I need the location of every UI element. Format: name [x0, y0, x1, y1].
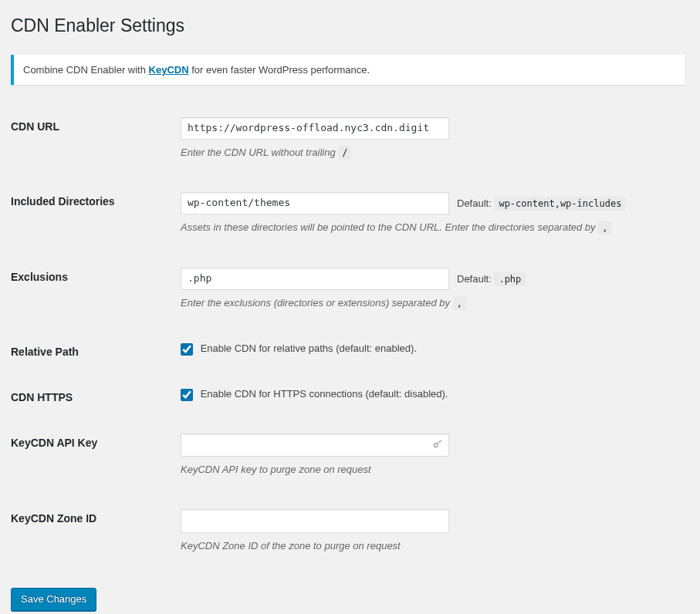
- cdn-https-checkbox[interactable]: [181, 389, 193, 401]
- included-dirs-description: Assets in these directories will be poin…: [181, 220, 677, 235]
- included-dirs-input[interactable]: [181, 192, 449, 214]
- relative-path-row[interactable]: Enable CDN for relative paths (default: …: [181, 342, 417, 354]
- relative-path-text: Enable CDN for relative paths (default: …: [201, 342, 417, 354]
- cdn-url-desc-code: /: [338, 146, 351, 160]
- exclusions-input[interactable]: [181, 268, 449, 290]
- cdn-https-row[interactable]: Enable CDN for HTTPS connections (defaul…: [181, 388, 448, 400]
- notice-prefix: Combine CDN Enabler with: [23, 64, 149, 76]
- api-key-description: KeyCDN API key to purge zone on request: [181, 462, 677, 477]
- zone-id-description: KeyCDN Zone ID of the zone to purge on r…: [181, 538, 677, 554]
- cdn-url-desc-text: Enter the CDN URL without trailing: [181, 147, 338, 158]
- cdn-url-input[interactable]: [181, 117, 449, 140]
- notice-suffix: for even faster WordPress performance.: [189, 64, 370, 76]
- cdn-url-description: Enter the CDN URL without trailing /: [181, 145, 677, 160]
- zone-id-input[interactable]: [181, 509, 449, 532]
- zone-id-label: KeyCDN Zone ID: [11, 496, 173, 572]
- included-dirs-desc-text: Assets in these directories will be poin…: [181, 221, 598, 233]
- relative-path-label: Relative Path: [11, 329, 173, 375]
- exclusions-default-value: .php: [494, 272, 526, 286]
- page-title: CDN Enabler Settings: [11, 8, 685, 41]
- keycdn-link[interactable]: KeyCDN: [149, 64, 189, 76]
- save-button[interactable]: Save Changes: [11, 588, 96, 611]
- exclusions-label: Exclusions: [11, 255, 173, 329]
- settings-form: CDN URL Enter the CDN URL without traili…: [11, 104, 685, 572]
- exclusions-description: Enter the exclusions (directories or ext…: [181, 295, 677, 311]
- included-dirs-desc-code: ,: [598, 221, 611, 234]
- exclusions-default-label: Default:: [457, 273, 494, 285]
- relative-path-checkbox[interactable]: [181, 343, 193, 356]
- cdn-https-text: Enable CDN for HTTPS connections (defaul…: [201, 388, 448, 400]
- included-dirs-default-value: wp-content,wp-includes: [494, 197, 626, 211]
- cdn-https-label: CDN HTTPS: [11, 375, 173, 420]
- included-dirs-default-label: Default:: [457, 197, 494, 209]
- api-key-label: KeyCDN API Key: [11, 420, 173, 497]
- api-key-input[interactable]: [181, 434, 449, 457]
- exclusions-default: Default: .php: [457, 273, 526, 285]
- included-dirs-label: Included Directories: [11, 179, 173, 254]
- included-dirs-default: Default: wp-content,wp-includes: [457, 197, 626, 209]
- cdn-url-label: CDN URL: [11, 104, 173, 179]
- info-notice: Combine CDN Enabler with KeyCDN for even…: [11, 55, 685, 85]
- exclusions-desc-code: ,: [453, 296, 466, 310]
- exclusions-desc-text: Enter the exclusions (directories or ext…: [181, 297, 453, 309]
